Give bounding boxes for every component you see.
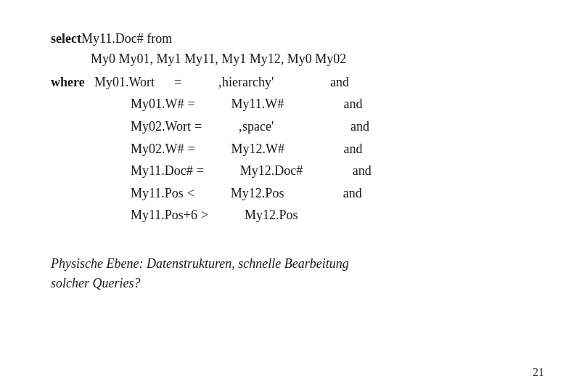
row0-and: and <box>323 71 349 94</box>
row0-value: ‚hierarchy' <box>210 71 323 94</box>
row5-label: My11.Pos <box>51 182 184 205</box>
row3-value: My12.W# <box>224 138 337 160</box>
row3-label: My02.W# <box>51 138 184 160</box>
table-row: My02.Wort = ‚space' and <box>51 115 515 138</box>
row3-and: and <box>337 138 363 160</box>
row2-label: My02.Wort <box>51 115 191 138</box>
italic-section: Physische Ebene: Datenstrukturen, schnel… <box>51 254 515 293</box>
row5-value: My12.Pos <box>223 182 336 205</box>
row2-op: = <box>191 115 231 138</box>
italic-line1: Physische Ebene: Datenstrukturen, schnel… <box>51 254 515 274</box>
table-row: My11.Pos+6 > My12.Pos <box>51 204 515 226</box>
page-number: 21 <box>533 366 544 379</box>
row1-and: and <box>337 93 363 115</box>
row3-op: = <box>184 138 224 160</box>
italic-line2: solcher Queries? <box>51 274 515 293</box>
row0-op: = <box>171 71 210 94</box>
code-line-2-text: My0 My01, My1 My11, My1 My12, My0 My02 <box>91 49 346 70</box>
table-row: where My01.Wort = ‚hierarchy' and <box>51 71 515 94</box>
row2-value: ‚space' <box>231 115 343 138</box>
table-row: My01.W# = My11.W# and <box>51 93 515 115</box>
row4-label: My11.Doc# <box>51 160 193 182</box>
code-line-2: My0 My01, My1 My11, My1 My12, My0 My02 <box>51 49 515 70</box>
main-content: select My11.Doc# from My0 My01, My1 My11… <box>51 29 515 293</box>
row5-op: < <box>184 182 223 205</box>
code-line-1: select My11.Doc# from <box>51 29 515 49</box>
row1-op: = <box>184 93 224 115</box>
row4-value: My12.Doc# <box>233 160 345 182</box>
table-row: My02.W# = My12.W# and <box>51 138 515 160</box>
table-row: My11.Pos < My12.Pos and <box>51 182 515 205</box>
where-clause: where My01.Wort = ‚hierarchy' and My01.W… <box>51 71 515 226</box>
keyword-select: select <box>51 29 81 49</box>
row2-and: and <box>343 115 369 138</box>
row1-label: My01.W# <box>51 93 184 115</box>
row6-op: > <box>197 204 237 226</box>
row6-label: My11.Pos+6 <box>51 204 197 226</box>
code-line-1-rest: My11.Doc# from <box>81 29 172 49</box>
row0-label: My01.Wort <box>94 71 171 94</box>
row5-and: and <box>336 182 362 205</box>
keyword-where: where <box>51 71 94 94</box>
row4-op: = <box>193 160 233 182</box>
table-row: My11.Doc# = My12.Doc# and <box>51 160 515 182</box>
code-block: select My11.Doc# from My0 My01, My1 My11… <box>51 29 515 226</box>
row4-and: and <box>345 160 372 182</box>
row6-value: My12.Pos <box>237 204 350 226</box>
row1-value: My11.W# <box>224 93 337 115</box>
